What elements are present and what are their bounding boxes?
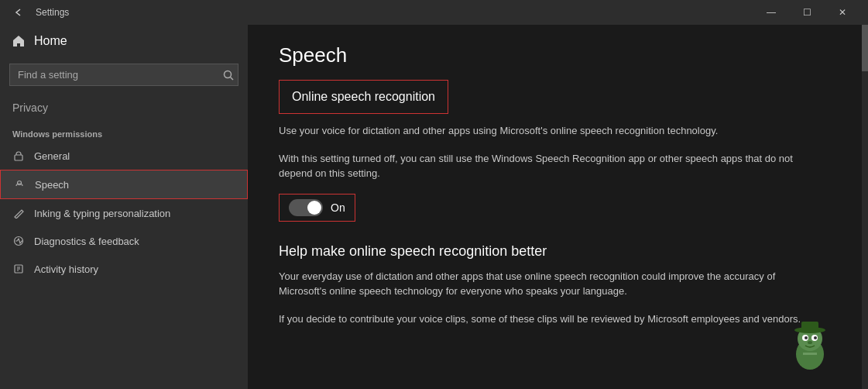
home-label: Home (34, 34, 67, 48)
section2-description-2: If you decide to contribute your voice c… (279, 312, 805, 327)
speech-icon (13, 178, 26, 191)
sidebar: Home Privacy Windows permissions (0, 25, 248, 389)
minimize-button[interactable]: — (753, 0, 789, 25)
search-container (0, 57, 248, 92)
svg-point-17 (808, 341, 812, 344)
maximize-button[interactable]: ☐ (789, 0, 825, 25)
svg-rect-2 (15, 155, 22, 160)
diagnostics-label: Diagnostics & feedback (34, 236, 139, 247)
svg-rect-12 (801, 322, 818, 332)
back-button[interactable] (8, 2, 29, 23)
description-1: Use your voice for dictation and other a… (279, 123, 805, 139)
section2-description-1: Your everyday use of dictation and other… (279, 269, 805, 299)
pen-icon (12, 207, 25, 219)
scrollbar-track[interactable] (862, 25, 868, 389)
page-title: Speech (279, 43, 837, 67)
online-speech-title: Online speech recognition (292, 90, 435, 104)
general-label: General (34, 150, 70, 162)
sidebar-item-inking[interactable]: Inking & typing personalization (0, 199, 248, 227)
section2-title: Help make online speech recognition bett… (279, 243, 837, 260)
privacy-section-label: Privacy (0, 92, 248, 117)
toggle-state-label: On (331, 201, 345, 214)
svg-rect-18 (803, 353, 817, 355)
svg-point-16 (814, 336, 817, 339)
svg-point-15 (805, 336, 808, 339)
window-controls: — ☐ ✕ (753, 0, 860, 25)
scrollbar-thumb[interactable] (862, 25, 868, 71)
mascot-image (783, 319, 837, 374)
description-2: With this setting turned off, you can st… (279, 151, 805, 181)
app-title: Settings (36, 7, 753, 18)
sidebar-item-speech[interactable]: Speech (0, 170, 248, 199)
content-area: Speech Online speech recognition Use you… (248, 25, 868, 389)
speech-label: Speech (35, 179, 69, 191)
activity-label: Activity history (34, 263, 98, 275)
toggle-knob (307, 201, 321, 215)
svg-line-1 (231, 77, 234, 80)
search-input[interactable] (9, 64, 238, 86)
sidebar-item-diagnostics[interactable]: Diagnostics & feedback (0, 227, 248, 255)
search-icon (223, 70, 234, 81)
main-container: Home Privacy Windows permissions (0, 25, 868, 389)
windows-permissions-label: Windows permissions (0, 117, 248, 142)
diagnostics-icon (12, 235, 25, 247)
speech-toggle[interactable] (289, 199, 323, 216)
svg-point-0 (225, 71, 232, 77)
sidebar-item-home[interactable]: Home (0, 25, 248, 57)
lock-icon (12, 150, 25, 162)
online-speech-section-box: Online speech recognition (279, 80, 448, 114)
titlebar: Settings — ☐ ✕ (0, 0, 868, 25)
inking-label: Inking & typing personalization (34, 208, 170, 219)
home-icon (12, 35, 25, 47)
sidebar-item-general[interactable]: General (0, 142, 248, 170)
toggle-section: On (279, 194, 355, 222)
activity-icon (12, 263, 25, 275)
sidebar-item-activity[interactable]: Activity history (0, 255, 248, 283)
close-button[interactable]: ✕ (825, 0, 860, 25)
